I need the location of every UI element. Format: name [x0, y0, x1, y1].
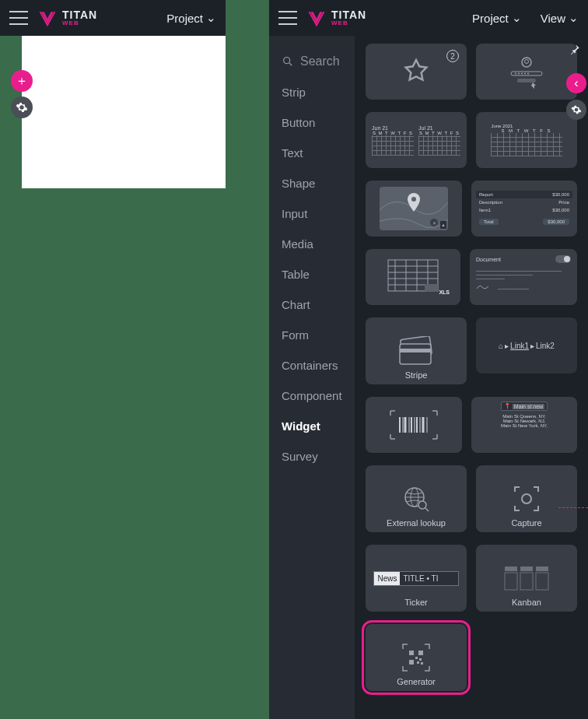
svg-rect-58 [421, 662, 423, 665]
svg-rect-52 [409, 651, 414, 655]
add-button[interactable]: ＋ [11, 70, 33, 92]
svg-point-8 [524, 73, 526, 75]
svg-point-43 [418, 501, 426, 509]
sidebar-item-button[interactable]: Button [282, 116, 342, 129]
sidebar-item-chart[interactable]: Chart [282, 298, 342, 311]
search-placeholder: Search [300, 54, 340, 68]
signature-icon [476, 282, 492, 290]
gear-icon [16, 101, 28, 114]
sidebar-item-media[interactable]: Media [282, 237, 342, 251]
settings-button[interactable] [566, 100, 586, 120]
svg-rect-49 [520, 573, 533, 590]
logo-subtitle: WEB [331, 20, 366, 26]
star-icon [401, 56, 432, 87]
barcode-icon [389, 409, 439, 440]
widget-calendar-single[interactable]: June 2021 S M T W T F S [476, 112, 577, 168]
chevron-down-icon: ⌄ [206, 11, 216, 25]
widget-favorite[interactable]: 2 [366, 44, 467, 100]
sidebar-item-survey[interactable]: Survey [282, 450, 342, 463]
view-menu[interactable]: View ⌄ [541, 11, 579, 25]
sidebar-item-form[interactable]: Form [282, 328, 342, 342]
sidebar-item-widget[interactable]: Widget [282, 419, 342, 433]
logo: TITAN WEB [306, 8, 366, 28]
hamburger-menu[interactable] [9, 11, 28, 25]
widget-grid[interactable]: 2 Jun 21 S M T W T F S [355, 36, 588, 719]
svg-rect-51 [536, 573, 548, 590]
kanban-icon [503, 565, 550, 591]
project-menu[interactable]: Project ⌄ [166, 11, 216, 25]
chevron-down-icon: ⌄ [569, 11, 579, 25]
widget-map[interactable]: ✕ ▲ [366, 181, 462, 237]
pin-icon: 📍 [504, 403, 511, 409]
project-menu[interactable]: Project ⌄ [472, 11, 522, 25]
svg-rect-56 [419, 658, 422, 661]
collapse-button[interactable]: ‹ [566, 73, 586, 93]
svg-rect-10 [517, 79, 536, 82]
svg-rect-46 [505, 566, 517, 571]
svg-point-6 [518, 73, 520, 75]
logo-icon [306, 8, 327, 28]
svg-point-45 [522, 494, 531, 503]
sidebar-item-input[interactable]: Input [282, 207, 342, 220]
widget-address[interactable]: 📍 Main st new Main St Queens, NY, Main S… [471, 397, 577, 453]
svg-point-5 [515, 73, 516, 75]
widget-ticker[interactable]: News TITLE • TI Ticker [366, 545, 467, 612]
widget-barcode[interactable] [366, 397, 462, 453]
sidebar-item-containers[interactable]: Containers [282, 359, 342, 372]
widget-generator[interactable]: Generator [366, 624, 467, 691]
widget-external-lookup[interactable]: External lookup [366, 465, 467, 532]
chevron-left-icon: ‹ [574, 76, 578, 90]
qrcode-icon [401, 643, 431, 672]
gear-icon [571, 104, 582, 115]
svg-rect-55 [415, 657, 418, 659]
svg-rect-48 [520, 566, 533, 571]
map-icon: ✕ ▲ [380, 187, 448, 230]
widget-kanban[interactable]: Kanban [476, 545, 577, 612]
svg-point-7 [521, 73, 523, 75]
widget-spreadsheet[interactable]: XLS [366, 249, 460, 305]
sidebar-item-text[interactable]: Text [282, 146, 342, 160]
top-menu: Project ⌄ [166, 11, 216, 25]
right-window: TITAN WEB Project ⌄ View ⌄ Search Strip … [269, 0, 588, 719]
capture-icon [513, 486, 540, 512]
svg-point-9 [527, 73, 529, 75]
svg-rect-26 [425, 284, 438, 292]
logo-title: TITAN [62, 9, 97, 20]
pin-button[interactable] [569, 44, 580, 58]
svg-point-0 [284, 58, 290, 64]
spreadsheet-icon [387, 259, 439, 295]
svg-rect-57 [417, 661, 419, 664]
widget-breadcrumb[interactable]: ⌂▸ Link1▸ Link2 [476, 317, 577, 374]
right-header: TITAN WEB Project ⌄ View ⌄ [269, 0, 588, 36]
sidebar-item-strip[interactable]: Strip [282, 86, 342, 99]
svg-point-12 [411, 197, 416, 202]
svg-rect-50 [536, 566, 548, 571]
sidebar-item-component[interactable]: Component [282, 389, 342, 402]
logo: TITAN WEB [37, 8, 97, 28]
settings-button[interactable] [11, 96, 33, 118]
widget-report[interactable]: Report$30,000 DescriptionPrice Item1$30,… [471, 181, 577, 237]
home-icon: ⌂ [499, 342, 503, 350]
logo-icon [37, 8, 58, 28]
sidebar-item-shape[interactable]: Shape [282, 177, 342, 190]
globe-search-icon [402, 485, 430, 513]
widget-stripe[interactable]: Stripe [366, 317, 467, 384]
pin-icon [569, 44, 580, 54]
widget-login[interactable] [476, 44, 577, 100]
logo-title: TITAN [331, 9, 366, 20]
sidebar-item-table[interactable]: Table [282, 268, 342, 281]
hamburger-menu[interactable] [278, 11, 297, 25]
login-icon [505, 54, 548, 89]
widget-capture[interactable]: Capture [476, 465, 577, 532]
widget-calendar-range[interactable]: Jun 21 S M T W T F S Jul 21 S M T W T F … [366, 112, 467, 168]
svg-text:✕: ✕ [432, 221, 436, 226]
svg-point-2 [522, 58, 531, 67]
sidebar: Search Strip Button Text Shape Input Med… [269, 36, 355, 719]
sidebar-search[interactable]: Search [282, 54, 342, 68]
svg-line-1 [289, 63, 292, 65]
logo-subtitle: WEB [62, 20, 97, 26]
svg-point-3 [525, 60, 529, 64]
creditcard-icon [397, 336, 436, 366]
widget-document[interactable]: Document [470, 249, 577, 305]
top-menu: Project ⌄ View ⌄ [472, 11, 579, 25]
